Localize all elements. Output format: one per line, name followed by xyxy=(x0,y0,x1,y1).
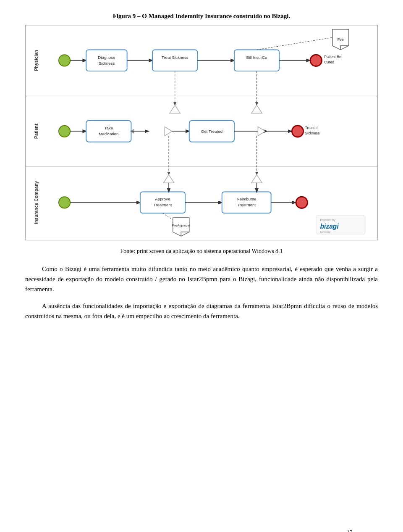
svg-text:Diagnose: Diagnose xyxy=(98,55,115,60)
svg-text:Cured: Cured xyxy=(324,60,334,64)
svg-text:Medication: Medication xyxy=(99,132,118,136)
insurance-end xyxy=(296,197,307,208)
physician-start xyxy=(59,55,70,66)
svg-text:Treatment: Treatment xyxy=(237,203,256,207)
task-bill-insurco xyxy=(234,50,279,71)
paragraph2: A ausência das funcionalidades de import… xyxy=(25,301,378,321)
lane-insurance: Insurance Company xyxy=(34,181,39,224)
svg-text:Treated: Treated xyxy=(305,126,318,130)
svg-text:Sickness: Sickness xyxy=(98,61,115,66)
paragraph1: Como o Bizagi é uma ferramenta muito dif… xyxy=(25,264,378,294)
svg-text:PreApproval: PreApproval xyxy=(172,224,190,227)
svg-text:Modeler: Modeler xyxy=(320,231,331,234)
svg-text:bizagi: bizagi xyxy=(320,223,339,230)
diagram-container: Physician Patient Insurance Company Diag… xyxy=(25,25,378,240)
svg-text:Take: Take xyxy=(105,126,113,130)
lane-physician: Physician xyxy=(34,50,39,71)
insurance-start xyxy=(59,197,70,208)
task-treat-sickness xyxy=(152,50,197,71)
svg-text:Fee: Fee xyxy=(338,37,344,42)
fonte-text: Fonte: print screen da aplicação no sist… xyxy=(25,248,378,255)
svg-text:Reimburse: Reimburse xyxy=(237,197,256,201)
svg-text:Approve: Approve xyxy=(155,197,170,201)
svg-text:Patient Be: Patient Be xyxy=(324,55,341,59)
svg-text:Get Treated: Get Treated xyxy=(201,129,222,134)
svg-text:Treatment: Treatment xyxy=(153,203,172,207)
physician-end xyxy=(310,55,322,66)
svg-text:Bill InsurCo: Bill InsurCo xyxy=(246,55,267,60)
lane-patient: Patient xyxy=(34,124,39,139)
page-number: 12 xyxy=(347,529,353,532)
svg-text:Sickness: Sickness xyxy=(305,131,320,135)
svg-text:Powered by: Powered by xyxy=(320,219,336,222)
page-title: Figura 9 – O Managed Indemnity Insurance… xyxy=(25,13,378,20)
patient-start xyxy=(59,126,70,137)
svg-text:Treat Sickness: Treat Sickness xyxy=(162,55,188,60)
patient-end xyxy=(292,126,303,137)
